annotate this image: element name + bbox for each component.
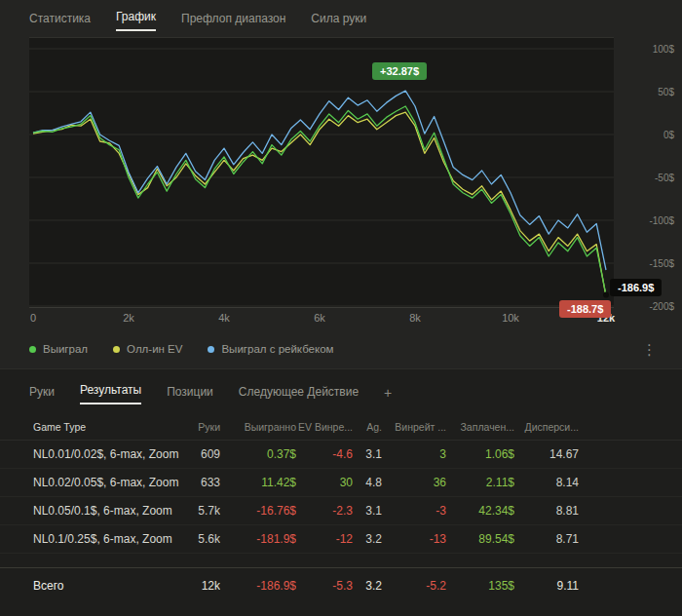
table-cell: -5.3 (296, 579, 353, 593)
y-axis-label: 0$ (616, 130, 674, 140)
table-cell: 135$ (446, 579, 514, 593)
table-cell: -4.6 (296, 447, 353, 461)
chart-panel: 100$50$0$-50$-100$-150$-200$ +32.87$ -18… (29, 37, 682, 308)
table-cell: 2.11$ (446, 476, 514, 489)
table-cell: NL0.02/0.05$, 6-max, Zoom (33, 476, 179, 489)
table-row[interactable]: NL0.01/0.02$, 6-max, Zoom6090.37$-4.63.1… (0, 441, 682, 469)
table-cell: 30 (296, 476, 353, 489)
tab-next-action[interactable]: Следующее Действие (239, 385, 359, 404)
column-header[interactable]: Руки (179, 421, 220, 433)
column-header[interactable]: Game Type (33, 421, 179, 433)
tab-graph[interactable]: График (116, 10, 156, 31)
y-axis-label: 50$ (616, 87, 674, 97)
app-root: СтатистикаГрафикПрефлоп диапазонСила рук… (0, 0, 682, 616)
legend-label: Выиграл (43, 343, 88, 355)
table-cell: 1.06$ (446, 447, 514, 461)
table-cell: 36 (382, 476, 446, 489)
table-cell: 3.2 (353, 532, 382, 546)
tab-hands[interactable]: Руки (29, 385, 55, 404)
table-cell: -3 (382, 504, 446, 518)
tab-preflop-range[interactable]: Префлоп диапазон (181, 12, 285, 31)
table-total-row: Всего12k-186.9$-5.33.2-5.2135$9.11 (0, 567, 682, 603)
table-cell: 3.1 (353, 504, 382, 518)
table-cell: 633 (179, 476, 220, 489)
table-cell: -13 (382, 532, 446, 546)
series-end-marker (603, 292, 609, 298)
table-cell: 8.14 (514, 476, 579, 489)
tab-results[interactable]: Результаты (80, 383, 141, 404)
table-cell: 5.7k (179, 504, 220, 518)
y-axis-label: -150$ (616, 258, 674, 269)
table-cell: -186.9$ (220, 579, 296, 593)
table-cell: 11.42$ (220, 476, 296, 489)
table-cell: NL0.01/0.02$, 6-max, Zoom (33, 447, 179, 461)
legend-dot-icon (113, 346, 120, 353)
table-cell: -181.9$ (220, 532, 296, 546)
table-cell: 609 (179, 447, 220, 461)
x-axis-label: 10k (502, 312, 519, 324)
tab-statistics[interactable]: Статистика (29, 12, 91, 31)
table-cell: 4.8 (353, 476, 382, 489)
x-axis-label: 6k (314, 312, 325, 324)
table-cell: 3.1 (353, 447, 382, 461)
winnings-chart (29, 37, 614, 308)
legend-label: Олл-ин EV (127, 343, 182, 355)
x-axis-label: 2k (123, 312, 134, 324)
table-cell: -5.2 (382, 579, 446, 593)
x-axis-label: 4k (218, 312, 230, 324)
table-cell: 89.54$ (446, 532, 514, 546)
column-header[interactable]: Заплачен... (446, 421, 514, 433)
table-cell: 0.37$ (220, 447, 296, 461)
chart-peak-badge: +32.87$ (372, 62, 427, 80)
table-cell: 12k (179, 579, 220, 593)
plot-background (29, 37, 614, 308)
y-axis-label: 100$ (616, 44, 674, 55)
table-cell: NL0.1/0.25$, 6-max, Zoom (33, 532, 179, 546)
legend-label: Выиграл с рейкбеком (221, 343, 333, 355)
column-header[interactable]: Ag. (353, 421, 382, 433)
column-header[interactable]: Выигранно (220, 421, 296, 433)
table-cell: 8.71 (514, 532, 579, 546)
y-axis-label: -100$ (616, 215, 674, 226)
chart-legend: ВыигралОлл-ин EVВыиграл с рейкбеком (29, 343, 333, 355)
bottom-tab-bar: РукиРезультатыПозицииСледующее Действие+ (0, 369, 682, 404)
tab-hand-strength[interactable]: Сила руки (311, 12, 366, 31)
column-header[interactable]: EV Винре... (296, 421, 353, 433)
table-cell: 14.67 (514, 447, 579, 461)
legend-item-2[interactable]: Выиграл с рейкбеком (208, 343, 333, 355)
chart-legend-row: ВыигралОлл-ин EVВыиграл с рейкбеком ⋮ (29, 337, 664, 361)
top-tab-bar: СтатистикаГрафикПрефлоп диапазонСила рук… (0, 0, 682, 31)
tab-positions[interactable]: Позиции (167, 385, 213, 404)
chart-ev-end-badge: -188.7$ (559, 300, 611, 318)
y-axis-label: -50$ (616, 173, 674, 183)
results-table: Game TypeРукиВыигранноEV Винре...Ag.Винр… (0, 414, 682, 603)
legend-dot-icon (29, 346, 36, 353)
x-axis-label: 8k (409, 312, 421, 324)
table-row[interactable]: NL0.05/0.1$, 6-max, Zoom5.7k-16.76$-2.33… (0, 497, 682, 525)
chart-menu-kebab-icon[interactable]: ⋮ (634, 342, 664, 357)
table-cell: -2.3 (296, 504, 353, 518)
table-cell: NL0.05/0.1$, 6-max, Zoom (33, 504, 179, 518)
column-header[interactable]: Винрейт ... (382, 421, 446, 433)
table-cell: 3 (382, 447, 446, 461)
table-cell: 8.81 (514, 504, 579, 518)
add-tab-button[interactable]: + (384, 387, 392, 404)
table-cell: Всего (33, 579, 179, 593)
table-cell: 42.34$ (446, 504, 514, 518)
column-header[interactable]: Дисперси... (514, 421, 579, 433)
table-cell: 5.6k (179, 532, 220, 546)
table-cell: 9.11 (514, 579, 579, 593)
chart-end-value-badge: -186.9$ (610, 279, 662, 296)
table-row[interactable]: NL0.1/0.25$, 6-max, Zoom5.6k-181.9$-123.… (0, 525, 682, 554)
legend-dot-icon (208, 346, 214, 353)
results-panel: РукиРезультатыПозицииСледующее Действие+… (0, 368, 682, 616)
legend-item-1[interactable]: Олл-ин EV (113, 343, 182, 355)
table-header-row: Game TypeРукиВыигранноEV Винре...Ag.Винр… (0, 414, 682, 441)
legend-item-0[interactable]: Выиграл (29, 343, 88, 355)
table-cell: -16.76$ (220, 504, 296, 518)
x-axis-label: 0 (30, 312, 36, 324)
table-row[interactable]: NL0.02/0.05$, 6-max, Zoom63311.42$304.83… (0, 469, 682, 497)
table-cell: -12 (296, 532, 353, 546)
table-cell: 3.2 (353, 579, 382, 593)
y-axis-label: -200$ (616, 301, 674, 312)
